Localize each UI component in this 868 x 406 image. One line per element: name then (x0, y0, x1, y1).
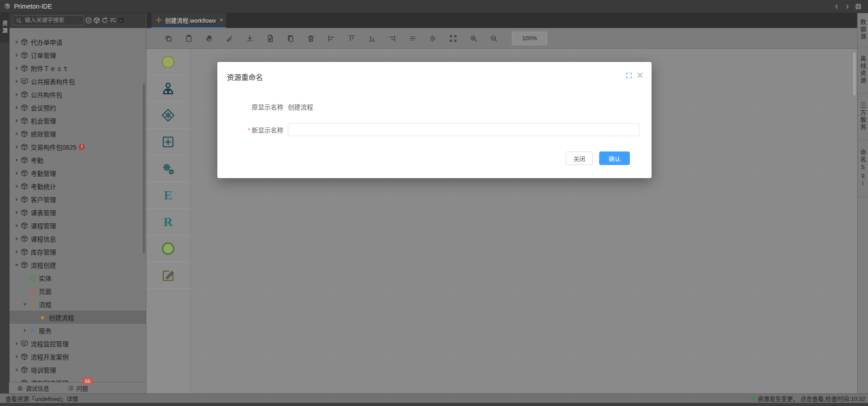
toolbar-doc-copy-button[interactable] (286, 34, 295, 42)
tree-item[interactable]: 公共报表构件包 (9, 75, 146, 88)
toolbar-clear-button[interactable] (225, 34, 234, 42)
toolbar-paste-button[interactable] (185, 34, 193, 42)
forward-icon[interactable] (844, 3, 851, 10)
filter-icon[interactable] (109, 17, 117, 24)
resource-change-notice[interactable]: 资源发生变更， 点击查看,检查时间:10:32 (751, 394, 865, 403)
tree-expand-arrow-icon[interactable] (14, 144, 20, 150)
tree-expand-arrow-icon[interactable] (14, 340, 20, 347)
close-button[interactable]: 关闭 (566, 151, 593, 165)
tree-expand-arrow-icon[interactable] (14, 196, 20, 203)
tree-item[interactable]: 页面 (9, 284, 146, 297)
cube-icon[interactable] (93, 17, 100, 24)
palette-letter-e-node[interactable]: E (146, 182, 190, 209)
tree-item[interactable]: 绩效管理 (9, 127, 146, 140)
tree-expand-arrow-icon[interactable] (14, 52, 20, 58)
back-icon[interactable] (833, 3, 840, 10)
tree-expand-arrow-icon[interactable] (14, 78, 20, 85)
palette-gateway[interactable] (146, 102, 190, 129)
refresh-icon[interactable] (101, 17, 108, 24)
tree-expand-arrow-icon[interactable] (14, 249, 20, 255)
debug-info-item[interactable]: 调试信息 (17, 384, 49, 392)
tree-item[interactable]: 流程监控管理 (9, 337, 146, 350)
tree-expand-arrow-icon[interactable] (14, 262, 20, 268)
tree-item[interactable]: 客户管理 (9, 193, 146, 206)
tree-expand-arrow-icon[interactable] (14, 222, 20, 229)
palette-annotation[interactable] (146, 262, 190, 289)
toolbar-align-left-button[interactable] (327, 34, 335, 42)
tree-expand-arrow-icon[interactable] (14, 354, 20, 360)
tab-close-icon[interactable]: × (220, 17, 223, 23)
toolbar-import-button[interactable] (246, 34, 254, 42)
toolbar-delete-button[interactable] (307, 34, 315, 42)
tree-item[interactable]: 流程创建 (9, 258, 146, 271)
tree-item[interactable]: 附件Ｔｅｓｔ (9, 61, 146, 75)
tree-item[interactable]: 库存管理 (9, 245, 146, 258)
palette-auto-task[interactable] (146, 156, 190, 182)
dialog-close-icon[interactable] (636, 71, 644, 79)
tree-item[interactable]: 公共构件包 (9, 88, 146, 101)
search-box[interactable] (13, 15, 84, 25)
canvas-scrollbar[interactable] (853, 52, 856, 95)
tree-expand-arrow-icon[interactable] (14, 367, 20, 373)
right-rail-tab[interactable]: 命名Sql (858, 140, 868, 197)
tree-item[interactable]: 考勤统计 (9, 179, 146, 193)
tree-item[interactable]: 课程信息 (9, 232, 146, 245)
tree-item[interactable]: 创建流程 (9, 311, 146, 324)
dialog-fullscreen-icon[interactable] (625, 72, 633, 79)
tree-item[interactable]: 潜在客户管理 (9, 376, 146, 382)
toolbar-align-middle-v-button[interactable] (429, 34, 437, 42)
toolbar-fit-screen-button[interactable] (449, 34, 457, 42)
tree-expand-arrow-icon[interactable] (14, 170, 20, 176)
tree-item[interactable]: 交易构件包0825! (9, 140, 146, 153)
rail-tab-resources[interactable]: 资源 (0, 13, 9, 42)
palette-participant[interactable] (146, 76, 190, 102)
tree-item[interactable]: 考勤管理 (9, 166, 146, 179)
toolbar-zoom-in-button[interactable] (469, 34, 478, 42)
tree-scrollbar[interactable] (143, 83, 145, 253)
tree-expand-arrow-icon[interactable] (14, 65, 20, 71)
tree-expand-arrow-icon[interactable] (14, 236, 20, 242)
palette-start-event[interactable] (146, 49, 190, 76)
palette-end-event[interactable] (146, 236, 190, 262)
tree-item[interactable]: 订单管理 (9, 48, 146, 61)
tree-expand-arrow-icon[interactable] (14, 209, 20, 216)
tab-create-workflow[interactable]: 创建流程.workflowx × (151, 13, 226, 28)
console-icon[interactable] (117, 17, 125, 24)
ai-icon[interactable]: AI (85, 17, 92, 24)
tree-expand-arrow-icon[interactable] (14, 131, 20, 137)
tree-item[interactable]: 代办单申请 (9, 35, 146, 48)
tree-expand-arrow-icon[interactable] (22, 327, 28, 334)
problems-item[interactable]: 问题 66 (67, 384, 88, 392)
tree-expand-arrow-icon[interactable] (14, 104, 20, 111)
right-rail-tab[interactable]: 三方服务 (858, 94, 868, 140)
toolbar-zoom-out-button[interactable] (490, 34, 498, 42)
tree-item[interactable]: 流程开发案例 (9, 350, 146, 363)
zoom-level-display[interactable]: 100% (512, 32, 547, 45)
tree-item[interactable]: 课表管理 (9, 206, 146, 219)
toolbar-hand-button[interactable] (205, 34, 213, 42)
tree-expand-arrow-icon[interactable] (22, 301, 28, 307)
tree-item[interactable]: 会议预约 (9, 101, 146, 114)
new-name-input[interactable] (288, 123, 639, 136)
tree-item[interactable]: 课程管理 (9, 219, 146, 232)
tree-item[interactable]: 流程 (9, 297, 146, 311)
toolbar-doc-button[interactable] (266, 34, 274, 42)
tree-expand-arrow-icon[interactable] (14, 157, 20, 163)
save-icon[interactable] (855, 3, 862, 10)
palette-letter-r-node[interactable]: R (146, 209, 190, 236)
search-input[interactable] (24, 17, 80, 24)
tree-expand-arrow-icon[interactable] (14, 39, 20, 45)
tree-expand-arrow-icon[interactable] (14, 91, 20, 98)
tree-expand-arrow-icon[interactable] (14, 118, 20, 124)
tree-item[interactable]: 培训管理 (9, 363, 146, 376)
right-rail-tab[interactable]: 离线资源 (858, 47, 868, 94)
toolbar-align-top-button[interactable] (347, 34, 356, 42)
tree-item[interactable]: 服务 (9, 324, 146, 337)
tree-item[interactable]: 考勤 (9, 153, 146, 166)
palette-subprocess[interactable] (146, 129, 190, 156)
toolbar-align-right-button[interactable] (388, 34, 396, 42)
toolbar-copy-button[interactable] (164, 34, 173, 42)
toolbar-align-bottom-button[interactable] (368, 34, 376, 42)
toolbar-align-center-h-button[interactable] (408, 34, 417, 42)
tree-expand-arrow-icon[interactable] (14, 183, 20, 189)
